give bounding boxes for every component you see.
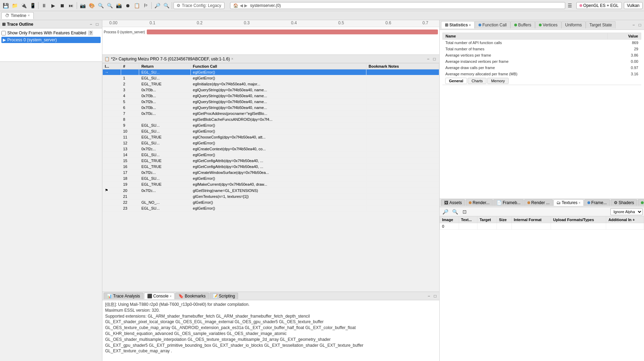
trace-outline-minimize[interactable]: − bbox=[88, 22, 94, 27]
stats-row[interactable]: Average vertices per frame 3.86 bbox=[443, 52, 641, 58]
table-row[interactable]: → EGL_SU... eglGetError() bbox=[103, 69, 439, 75]
charts-tab[interactable]: Charts bbox=[468, 78, 486, 84]
trace-config-selector[interactable]: ⚙ Trace Config: Legacy bbox=[173, 2, 224, 9]
flag-button[interactable]: 🏳 bbox=[142, 1, 150, 10]
table-row[interactable]: 6 0x7f3b... eglQueryString(dpy=0x7f4b50e… bbox=[103, 105, 439, 111]
table-row[interactable]: 18 EGL_SU... eglGetError() bbox=[103, 176, 439, 182]
next-frame-button[interactable]: ⏭ bbox=[67, 1, 75, 10]
table-row[interactable]: 13 0x7f2c... eglCreateContext(dpy=0x7f4b… bbox=[103, 146, 439, 152]
capture-minimize[interactable]: − bbox=[425, 56, 431, 62]
table-row[interactable]: 1 EGL_SU... eglGetError() bbox=[103, 75, 439, 81]
texture-row-0[interactable]: 0 bbox=[440, 223, 644, 230]
zoom-out-button[interactable]: 🔍 bbox=[162, 1, 170, 10]
device-nav-next[interactable]: ▶ bbox=[244, 3, 247, 8]
process-row[interactable]: ▶ Process 0 (system_server) bbox=[1, 37, 101, 43]
texture-fit[interactable]: ⊡ bbox=[460, 208, 469, 216]
bookmarks-tab[interactable]: 🔖 Bookmarks bbox=[175, 293, 209, 299]
textures-close[interactable]: × bbox=[578, 201, 581, 205]
table-row[interactable]: 23 EGL_SU... eglGetError() bbox=[103, 205, 439, 211]
function-call-tab[interactable]: Function Call bbox=[475, 21, 510, 28]
show-frames-help[interactable]: ? bbox=[88, 31, 93, 35]
stats-row[interactable]: Total number of frames 29 bbox=[443, 46, 641, 52]
table-row[interactable]: 17 0x7f2c... eglCreateWindowSurface(dpy=… bbox=[103, 170, 439, 176]
table-row[interactable]: 12 EGL_SU... eglGetError() bbox=[103, 140, 439, 146]
render-tab[interactable]: Render... bbox=[466, 199, 493, 206]
console-tab[interactable]: ⬛ Console × bbox=[144, 293, 175, 299]
connect-android-button[interactable]: 📱 bbox=[28, 1, 37, 10]
record-button[interactable]: ⏺ bbox=[124, 1, 132, 10]
table-row[interactable]: 4 0x7f3b... eglQueryString(dpy=0x7f4b50e… bbox=[103, 93, 439, 99]
trace-analysis-tab[interactable]: 📊 Trace Analysis bbox=[104, 293, 143, 299]
buffers-tab[interactable]: Buffers bbox=[510, 21, 535, 28]
statistics-close[interactable]: × bbox=[469, 23, 471, 27]
table-row[interactable]: 10 EGL_SU... eglGetError() bbox=[103, 128, 439, 134]
frame-tab[interactable]: Frame... bbox=[584, 199, 610, 206]
table-row[interactable]: 14 EGL_SU... eglGetError() bbox=[103, 152, 439, 158]
texture-zoom-out[interactable]: 🔍 bbox=[451, 208, 459, 216]
stats-row[interactable]: Average instanced vertices per frame 0.0… bbox=[443, 58, 641, 65]
table-row[interactable]: 3 0x7f3b... eglQueryString(dpy=0x7f4b50e… bbox=[103, 87, 439, 93]
stop-button[interactable]: ⏹ bbox=[58, 1, 66, 10]
assets-tab[interactable]: 🖼 Assets bbox=[441, 199, 465, 206]
table-row[interactable]: 5 0x7f2b... eglQueryString(dpy=0x7f4b50e… bbox=[103, 99, 439, 105]
zoom-in-button[interactable]: 🔎 bbox=[153, 1, 161, 10]
view-past-draw-button[interactable]: 🎨 bbox=[87, 1, 96, 10]
bottom-maximize[interactable]: □ bbox=[432, 293, 438, 299]
right-minimize[interactable]: − bbox=[631, 22, 636, 28]
statistics-tab[interactable]: ⊞ Statistics × bbox=[441, 21, 475, 28]
table-row[interactable]: 9 EGL_SU... eglGetError() bbox=[103, 123, 439, 128]
open-button[interactable]: 📁 bbox=[10, 1, 19, 10]
table-row[interactable]: 15 EGL_TRUE eglGetConfigAttrib(dpy=0x7f4… bbox=[103, 158, 439, 164]
trace-outline-maximize[interactable]: □ bbox=[94, 22, 100, 27]
alpha-select[interactable]: Ignore Alpha bbox=[610, 208, 643, 215]
layout-button[interactable]: ☰ bbox=[566, 1, 574, 10]
uniforms-tab[interactable]: Uniforms bbox=[561, 21, 586, 28]
shaders-tab[interactable]: ⚙ Shaders bbox=[611, 199, 637, 206]
capture-tab-close[interactable]: × bbox=[231, 57, 234, 61]
capture-framebuffer-button[interactable]: 📷 bbox=[78, 1, 87, 10]
general-tab[interactable]: General bbox=[445, 78, 467, 84]
pause-button[interactable]: ⏸ bbox=[40, 1, 48, 10]
textures-tab[interactable]: 🗂 Textures × bbox=[553, 199, 584, 206]
table-row[interactable]: 19 EGL_TRUE eglMakeCurrent(dpy=0x7f4b50e… bbox=[103, 182, 439, 187]
save-button[interactable]: 💾 bbox=[1, 1, 10, 10]
stats-row[interactable]: Average memory allocated per frame (MB) … bbox=[443, 71, 641, 77]
scripting-tab[interactable]: 📝 Scripting bbox=[210, 293, 238, 299]
automa-tab[interactable]: Automa... bbox=[638, 199, 644, 206]
camera-button[interactable]: 📸 bbox=[115, 1, 123, 10]
connect-device-button[interactable]: 🔌 bbox=[19, 1, 28, 10]
start-button[interactable]: ▶ bbox=[49, 1, 57, 10]
cell-indicator bbox=[103, 146, 121, 152]
table-row[interactable]: 16 EGL_TRUE eglGetConfigAttrib(dpy=0x7f4… bbox=[103, 164, 439, 170]
show-frames-row[interactable]: Show Only Frames With Features Enabled ? bbox=[1, 30, 101, 36]
capture-tab-label[interactable]: *2> Capturing Meizu PRO 7-S (0123456789A… bbox=[111, 57, 230, 61]
timeline-tab[interactable]: ⏱ Timeline × bbox=[1, 12, 34, 19]
table-row[interactable]: 7 0x7f3c... eglGetProcAddress(procname="… bbox=[103, 111, 439, 117]
texture-zoom-in[interactable]: 🔎 bbox=[441, 208, 449, 216]
timeline-tab-close[interactable]: × bbox=[28, 14, 30, 17]
bottom-minimize[interactable]: − bbox=[426, 293, 432, 299]
table-row[interactable]: 22 GL_NO_... glGetError() bbox=[103, 200, 439, 205]
table-row[interactable]: 21 glGenTextures(n=1, textures=[1]) bbox=[103, 194, 439, 200]
table-row[interactable]: ⚑ 20 0x7f2c... glGetString(name=GL_EXTEN… bbox=[103, 187, 439, 194]
stats-row[interactable]: Average draw calls per frame 0.97 bbox=[443, 65, 641, 71]
frameb-tab[interactable]: 📄 Frameb... bbox=[493, 199, 524, 206]
render2-tab[interactable]: Render ... bbox=[524, 199, 553, 206]
target-state-tab[interactable]: Target State bbox=[586, 21, 616, 28]
device-selector[interactable]: 🏠 ◀ ▶ systemserver.(0) bbox=[230, 2, 565, 9]
right-maximize[interactable]: □ bbox=[637, 22, 643, 28]
capture-maximize[interactable]: □ bbox=[432, 56, 437, 62]
memory-tab[interactable]: Memory bbox=[487, 78, 509, 84]
table-row[interactable]: 2 EGL_TRUE eglInitialize(dpy=0x7f4b50ea4… bbox=[103, 81, 439, 87]
table-row[interactable]: 11 EGL_TRUE eglChooseConfig(dpy=0x7f4b50… bbox=[103, 134, 439, 140]
table-row[interactable]: 8 eglSetBlobCacheFuncsANDROID(dpy=0x7f4.… bbox=[103, 117, 439, 123]
vertices-tab[interactable]: Vertices bbox=[535, 21, 561, 28]
layers-button[interactable]: 📋 bbox=[133, 1, 141, 10]
console-close[interactable]: × bbox=[170, 294, 172, 298]
device-nav-prev[interactable]: ◀ bbox=[240, 3, 243, 8]
device-nav-back[interactable]: 🏠 bbox=[233, 3, 238, 8]
capture-fragment-button[interactable]: 🔍 bbox=[96, 1, 105, 10]
search-button[interactable]: 🔍 bbox=[105, 1, 114, 10]
show-frames-checkbox[interactable] bbox=[1, 31, 6, 35]
stats-row[interactable]: Total number of API function calls 869 bbox=[443, 40, 641, 46]
